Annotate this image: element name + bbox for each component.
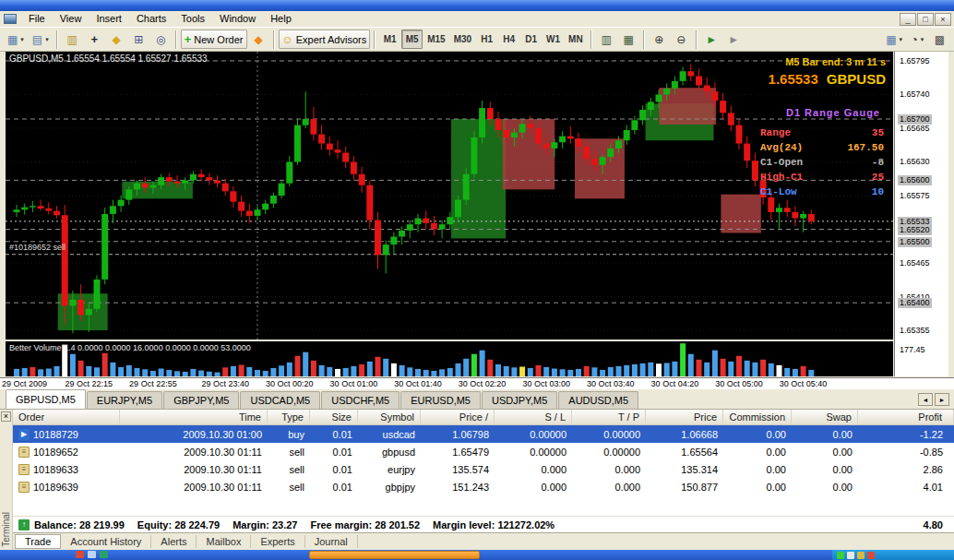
table-row[interactable]: ▶101887292009.10.30 01:00buy0.01usdcad1.… [13,425,954,443]
column-header-swap[interactable]: Swap [792,410,858,424]
price-chart[interactable]: GBPUSD,M5 1.65554 1.65554 1.65527 1.6553… [6,52,893,340]
chart-tab-usdchf-m5[interactable]: USDCHF,M5 [321,391,399,409]
tab-scroll-right-button[interactable]: ► [935,393,949,406]
chart-tab-gbpjpy-m5[interactable]: GBPJPY,M5 [163,391,239,409]
candlestick-mode-button[interactable]: ▦ [618,30,639,49]
time-axis[interactable]: 29 Oct 200929 Oct 22:1529 Oct 22:5529 Oc… [0,377,954,389]
quick-launch[interactable] [76,551,108,558]
periods-button[interactable]: ◔▾ [907,30,928,49]
terminal-tab-account-history[interactable]: Account History [61,535,151,548]
menu-file[interactable]: File [21,12,53,26]
indicators-button[interactable]: ▦▾ [882,30,906,49]
timeframe-m5[interactable]: M5 [401,30,423,49]
quick-launch-icon[interactable] [88,551,96,558]
chart-tab-gbpusd-m5[interactable]: GBPUSD,M5 [6,389,86,409]
column-header-t-p[interactable]: T / P [572,410,646,424]
gauge-row-label: C1-Open [760,155,803,170]
close-button[interactable]: × [935,13,951,26]
chart-shift-button[interactable]: ► [723,30,745,49]
summary-item: Balance: 28 219.99 [34,519,125,530]
column-header-type[interactable]: Type [268,410,310,424]
tab-scroll-left-button[interactable]: ◄ [918,393,933,406]
price-scale[interactable]: 177.45 1.657951.657401.657001.656851.656… [894,52,948,376]
bar-countdown-label: M5 Bar end: 3 m 11 s [785,56,886,67]
terminal-tab-experts[interactable]: Experts [251,535,304,548]
tray-icon[interactable] [847,552,854,559]
terminal-tab-alerts[interactable]: Alerts [151,535,197,548]
table-row[interactable]: ≡101896522009.10.30 01:11sell0.01gbpusd1… [13,443,954,460]
menu-window[interactable]: Window [212,12,263,26]
taskbar-active-task[interactable] [309,551,480,559]
order-number: 10189652 [33,447,78,458]
column-header-s-l[interactable]: S / L [495,410,572,424]
terminal-tab-mailbox[interactable]: Mailbox [197,535,251,548]
crosshair-button[interactable]: + [84,30,105,49]
terminal-close-button[interactable]: × [1,411,11,422]
data-window-button[interactable]: ▩ [929,30,950,49]
templates-button[interactable]: ◆ [106,30,127,49]
tray-icon[interactable] [857,552,865,559]
taskbar[interactable] [0,550,954,560]
timeframe-h1[interactable]: H1 [476,30,497,49]
menu-insert[interactable]: Insert [89,12,129,26]
timeframe-w1[interactable]: W1 [543,30,564,49]
column-header-price[interactable]: Price [646,410,723,424]
tile-windows-button[interactable]: ⊞ [128,30,149,49]
market-watch-button[interactable]: ▥ [62,30,83,49]
quick-launch-icon[interactable] [100,551,108,558]
quick-launch-icon[interactable] [76,551,84,558]
auto-scroll-icon: ► [706,34,717,45]
timeframe-d1[interactable]: D1 [520,30,542,49]
volume-pane[interactable]: Better Volume 1.4 0.0000 0.0000 16.0000 … [6,341,893,376]
new-chart-button[interactable]: ▦▾ [4,30,28,49]
gauge-row: C1-Low10 [760,185,884,199]
chart-tab-eurjpy-m5[interactable]: EURJPY,M5 [87,391,162,409]
cell-tp: 0.00000 [572,429,646,440]
timeframe-m15[interactable]: M15 [423,30,448,49]
timeframe-m1[interactable]: M1 [379,30,400,49]
bar-chart-mode-button[interactable]: ▥ [596,30,617,49]
column-header-price-[interactable]: Price / [421,410,495,424]
tray-icon[interactable] [837,552,844,559]
menu-tools[interactable]: Tools [173,12,212,26]
cell-type: sell [268,482,310,493]
column-header-profit[interactable]: Profit [858,410,954,424]
toolbar-separator [56,30,58,49]
zoom-out-button[interactable]: ⊖ [671,30,692,49]
menu-charts[interactable]: Charts [129,12,173,26]
expert-advisors-button[interactable]: ☺Expert Advisors [279,30,371,49]
chart-tab-audusd-m5[interactable]: AUDUSD,M5 [558,391,638,409]
zoom-window-button[interactable]: ◎ [150,30,172,49]
title-bar[interactable] [0,0,954,11]
cell-sl: 0.000 [495,464,572,475]
profiles-button[interactable]: ▤▾ [29,30,53,49]
system-tray[interactable] [832,550,954,560]
column-header-size[interactable]: Size [310,410,358,424]
zoom-in-button[interactable]: ⊕ [649,30,670,49]
chart-tab-eurusd-m5[interactable]: EURUSD,M5 [400,391,481,409]
metaeditor-button[interactable]: ◆ [248,30,269,49]
order-type-icon: ▶ [18,429,30,440]
new-order-button[interactable]: +New Order [181,30,247,49]
column-header-order[interactable]: Order [13,410,120,424]
timeframe-m30[interactable]: M30 [450,30,475,49]
time-axis-label: 29 Oct 22:55 [129,379,177,388]
timeframe-mn[interactable]: MN [565,30,587,49]
minimize-button[interactable]: _ [900,13,916,26]
terminal-tab-trade[interactable]: Trade [15,534,61,549]
tray-icon[interactable] [867,552,875,559]
table-row[interactable]: ≡101896332009.10.30 01:11sell0.01eurjpy1… [13,460,954,478]
orders-table-header: OrderTimeTypeSizeSymbolPrice /S / LT / P… [13,410,954,425]
auto-scroll-button[interactable]: ► [701,30,722,49]
menu-view[interactable]: View [53,12,89,26]
column-header-commission[interactable]: Commission [723,410,792,424]
terminal-tab-journal[interactable]: Journal [305,535,358,548]
column-header-time[interactable]: Time [120,410,268,424]
menu-help[interactable]: Help [263,12,299,26]
table-row[interactable]: ≡101896392009.10.30 01:11sell0.01gbpjpy1… [13,478,954,495]
column-header-symbol[interactable]: Symbol [358,410,421,424]
chart-tab-usdcad-m5[interactable]: USDCAD,M5 [240,391,320,409]
timeframe-h4[interactable]: H4 [498,30,519,49]
restore-button[interactable]: □ [917,13,934,26]
chart-tab-usdjpy-m5[interactable]: USDJPY,M5 [482,391,557,409]
